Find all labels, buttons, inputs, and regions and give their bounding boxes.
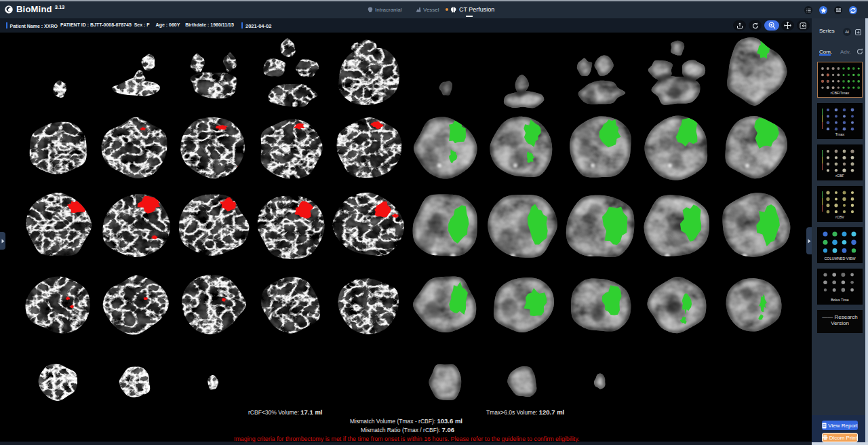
svg-text:rCBF/Tmax: rCBF/Tmax bbox=[831, 91, 850, 95]
svg-text:Bolus Time: Bolus Time bbox=[831, 298, 849, 302]
svg-text:Tmax: Tmax bbox=[835, 132, 845, 136]
svg-text:rCBV: rCBV bbox=[835, 215, 844, 219]
svg-text:COLUMNED VIEW: COLUMNED VIEW bbox=[824, 256, 856, 260]
svg-text:rCBF: rCBF bbox=[835, 174, 844, 178]
